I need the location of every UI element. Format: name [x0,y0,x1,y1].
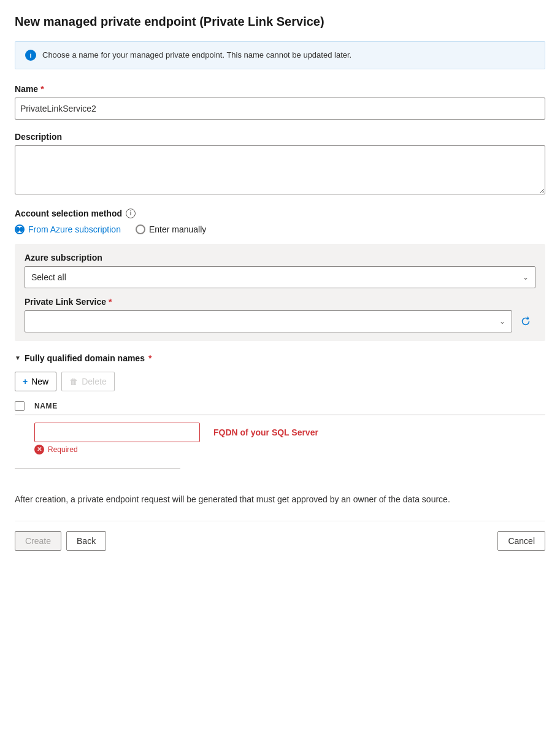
private-link-label: Private Link Service * [25,297,535,307]
info-banner-text: Choose a name for your managed private e… [42,49,351,61]
name-field-section: Name * [15,84,545,120]
azure-subscription-value: Select all [31,272,66,282]
fqdn-section: ▼ Fully qualified domain names * + New 🗑… [15,353,545,469]
name-required-star: * [40,84,44,94]
private-link-dropdown-wrapper: ⌄ [25,310,535,332]
description-field-section: Description [15,132,545,196]
trash-icon: 🗑 [69,377,78,386]
fqdn-input[interactable] [34,423,200,442]
name-input[interactable] [15,98,545,120]
subscription-box: Azure subscription Select all ⌄ Private … [15,244,545,341]
radio-manual-label: Enter manually [149,224,206,234]
refresh-icon [520,316,531,327]
new-button[interactable]: + New [15,372,56,391]
select-all-checkbox[interactable] [15,401,25,411]
table-row: FQDN of your SQL Server ✕ Required [15,419,545,458]
name-label: Name * [15,84,545,94]
column-header-name: NAME [34,402,58,410]
radio-azure-label: From Azure subscription [28,224,121,234]
info-tooltip-icon[interactable]: i [126,209,136,218]
page-title: New managed private endpoint (Private Li… [15,15,545,29]
refresh-button[interactable] [516,312,535,331]
account-selection-section: Account selection method i From Azure su… [15,209,545,341]
fqdn-hint-text: FQDN of your SQL Server [213,427,318,437]
radio-enter-manually[interactable]: Enter manually [136,224,206,234]
info-icon: i [25,50,36,61]
azure-subscription-dropdown[interactable]: Select all ⌄ [25,266,535,288]
cancel-button[interactable]: Cancel [497,531,545,551]
table-header: NAME [15,401,545,415]
create-button[interactable]: Create [15,531,61,551]
delete-button[interactable]: 🗑 Delete [61,372,114,391]
fqdn-header: ▼ Fully qualified domain names * [15,353,545,363]
radio-group: From Azure subscription Enter manually [15,224,545,234]
info-banner: i Choose a name for your managed private… [15,41,545,69]
description-input[interactable] [15,145,545,194]
footer-note: After creation, a private endpoint reque… [15,493,545,506]
fqdn-toolbar: + New 🗑 Delete [15,372,545,391]
private-link-dropdown[interactable]: ⌄ [25,310,512,332]
azure-subscription-label: Azure subscription [25,253,535,263]
radio-azure-btn[interactable] [15,224,25,234]
header-checkbox-cell [15,401,27,411]
private-link-required-star: * [109,297,112,307]
collapse-arrow-icon[interactable]: ▼ [15,355,21,361]
fqdn-error-message: ✕ Required [34,445,318,454]
fqdn-divider [15,468,180,469]
radio-from-azure[interactable]: From Azure subscription [15,224,121,234]
account-selection-label: Account selection method i [15,209,545,218]
back-button[interactable]: Back [66,531,106,551]
chevron-down-icon: ⌄ [523,273,529,282]
radio-manual-btn[interactable] [136,224,145,234]
fqdn-required-star: * [148,353,152,363]
description-label: Description [15,132,545,142]
footer-actions: Create Back Cancel [15,521,545,561]
private-link-chevron-icon: ⌄ [499,317,505,326]
private-link-field: Private Link Service * ⌄ [25,297,535,332]
plus-icon: + [23,377,28,386]
error-icon: ✕ [34,445,44,454]
